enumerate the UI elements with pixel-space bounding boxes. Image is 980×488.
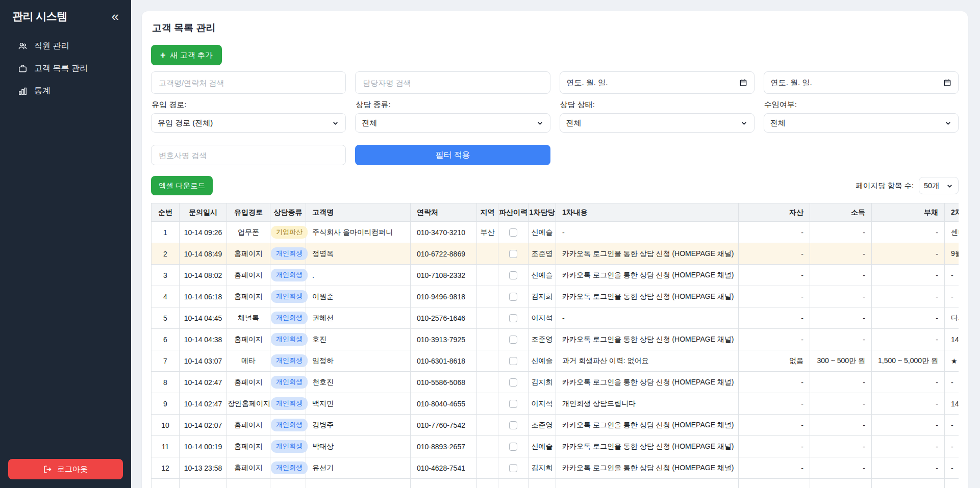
channel-select[interactable]: 유입 경로 (전체) xyxy=(151,113,346,133)
bankruptcy-checkbox[interactable] xyxy=(509,443,517,451)
cell-phone: 010-8040-4655 xyxy=(411,393,477,415)
cell-phone: 010-3470-3210 xyxy=(411,222,477,243)
cell-second: - xyxy=(945,372,959,393)
cell-debt: - xyxy=(872,265,945,286)
cell-region xyxy=(477,329,498,350)
cell-datetime: 10-14 08:02 xyxy=(180,265,227,286)
cell-phone: 010-4628-7541 xyxy=(411,457,477,479)
cell-region xyxy=(477,307,498,329)
excel-download-button[interactable]: 엑셀 다운로드 xyxy=(151,176,213,195)
table-row: 1010-14 02:07홈페이지개인회생강병주010-7760-7542조준영… xyxy=(152,415,959,436)
consult-type-select[interactable]: 전체 xyxy=(355,113,550,133)
cell-channel: 홈페이지 xyxy=(227,372,270,393)
chevron-down-icon xyxy=(944,119,952,127)
column-header: 1차담당 xyxy=(529,203,556,222)
cell-bankruptcy-history xyxy=(498,479,529,488)
cell-consult-type: 개인회생 xyxy=(270,286,306,307)
apply-filter-button[interactable]: 필터 적용 xyxy=(355,145,550,165)
cell-channel: 채널톡 xyxy=(227,307,270,329)
cell-phone: 010-9496-9818 xyxy=(411,286,477,307)
cell-datetime: 10-14 09:26 xyxy=(180,222,227,243)
sidebar-item-customers[interactable]: 고객 목록 관리 xyxy=(0,57,131,80)
cell-name: 정영옥 xyxy=(306,243,411,265)
cell-consult-type: 개인회생 xyxy=(270,265,306,286)
bankruptcy-checkbox[interactable] xyxy=(509,464,517,472)
logout-button[interactable]: 로그아웃 xyxy=(8,459,123,479)
cell-consult-type: 개인회생 xyxy=(270,436,306,457)
consult-type-badge: 개인회생 xyxy=(271,290,308,302)
cell-datetime: 10-14 02:47 xyxy=(180,372,227,393)
cell-debt: - xyxy=(872,436,945,457)
cell-debt: - xyxy=(872,243,945,265)
bankruptcy-checkbox[interactable] xyxy=(509,293,517,301)
cell-bankruptcy-history xyxy=(498,243,529,265)
consult-status-select[interactable]: 전체 xyxy=(560,113,755,133)
column-header: 고객명 xyxy=(306,203,411,222)
cell-manager: 김지희 xyxy=(529,457,556,479)
cell-second: ★ xyxy=(945,350,959,372)
cell-name: 주식회사 올마이티컴퍼니 xyxy=(306,222,411,243)
cell-manager: 이지석 xyxy=(529,307,556,329)
cell-consult-type: 개인회생 xyxy=(270,372,306,393)
date-from-input[interactable]: 연도. 월. 일. xyxy=(560,71,755,94)
cell-debt: - xyxy=(872,457,945,479)
retained-select[interactable]: 전체 xyxy=(764,113,959,133)
cell-content xyxy=(556,479,739,488)
date-to-input[interactable]: 연도. 월. 일. xyxy=(764,71,959,94)
cell-income: - xyxy=(810,415,872,436)
cell-no: 9 xyxy=(152,393,180,415)
lawyer-search-input[interactable] xyxy=(151,145,346,165)
cell-phone: 010-7108-2332 xyxy=(411,265,477,286)
consult-type-filter: 상담 종류: 전체 xyxy=(355,94,550,133)
sidebar-item-label: 직원 관리 xyxy=(34,41,69,52)
sidebar-item-stats[interactable]: 통계 xyxy=(0,80,131,102)
cell-debt: 1,500 ~ 5,000만 원 xyxy=(872,350,945,372)
manager-search-input[interactable] xyxy=(355,71,550,94)
customer-table-wrap: 순번문의일시유입경로상담종류고객명연락처지역파산이력1차담당1차내용자산소득부채… xyxy=(151,203,959,488)
filter-row-1: 연도. 월. 일. 연도. 월. 일. xyxy=(151,71,959,94)
bankruptcy-checkbox[interactable] xyxy=(509,421,517,429)
page-size-value: 50개 xyxy=(924,181,940,191)
app-title: 관리 시스템 xyxy=(12,9,67,23)
cell-second: 14 xyxy=(945,393,959,415)
retained-label: 수임여부: xyxy=(764,100,959,110)
page-size-select[interactable]: 50개 xyxy=(919,177,959,194)
sidebar-item-label: 통계 xyxy=(34,86,51,96)
cell-income: - xyxy=(810,222,872,243)
cell-content: 카카오톡 로그인을 통한 상담 신청 (HOMEPAGE 채널) xyxy=(556,415,739,436)
plus-icon: + xyxy=(160,50,166,61)
table-header-row: 순번문의일시유입경로상담종류고객명연락처지역파산이력1차담당1차내용자산소득부채… xyxy=(152,203,959,222)
cell-bankruptcy-history xyxy=(498,222,529,243)
cell-datetime: 10-14 00:19 xyxy=(180,436,227,457)
add-customer-button[interactable]: + 새 고객 추가 xyxy=(151,45,222,65)
channel-filter: 유입 경로: 유입 경로 (전체) xyxy=(151,94,346,133)
bankruptcy-checkbox[interactable] xyxy=(509,336,517,344)
cell-second: 9월 xyxy=(945,243,959,265)
cell-asset: - xyxy=(739,243,810,265)
table-row: 1210-13 23:58홈페이지개인회생유선기010-4628-7541김지희… xyxy=(152,457,959,479)
bankruptcy-checkbox[interactable] xyxy=(509,250,517,258)
consult-type-badge: 개인회생 xyxy=(271,247,308,260)
cell-income: - xyxy=(810,436,872,457)
consult-type-badge: 개인회생 xyxy=(271,312,308,324)
cell-manager: 신예슬 xyxy=(529,265,556,286)
bankruptcy-checkbox[interactable] xyxy=(509,314,517,322)
cell-consult-type: 개인회생 xyxy=(270,243,306,265)
bankruptcy-checkbox[interactable] xyxy=(509,400,517,408)
bankruptcy-checkbox[interactable] xyxy=(509,271,517,279)
cell-datetime: 10-14 03:07 xyxy=(180,350,227,372)
bankruptcy-checkbox[interactable] xyxy=(509,228,517,237)
bankruptcy-checkbox[interactable] xyxy=(509,357,517,365)
sidebar-collapse-icon[interactable]: « xyxy=(112,10,119,23)
sidebar-item-employees[interactable]: 직원 관리 xyxy=(0,35,131,57)
consult-type-value: 전체 xyxy=(362,118,377,128)
bankruptcy-checkbox[interactable] xyxy=(509,378,517,387)
customer-search-input[interactable] xyxy=(151,71,346,94)
cell-content: 카카오톡 로그인을 통한 상담 신청 (HOMEPAGE 채널) xyxy=(556,329,739,350)
cell-income: 300 ~ 500만 원 xyxy=(810,350,872,372)
table-row: 110-14 09:26업무폰기업파산주식회사 올마이티컴퍼니010-3470-… xyxy=(152,222,959,243)
filter-row-3: 필터 적용 xyxy=(151,145,959,165)
cell-channel: 업무폰 xyxy=(227,222,270,243)
cell-name: 이원준 xyxy=(306,286,411,307)
cell-content: 카카오톡 로그인을 통한 상담 신청 (HOMEPAGE 채널) xyxy=(556,457,739,479)
